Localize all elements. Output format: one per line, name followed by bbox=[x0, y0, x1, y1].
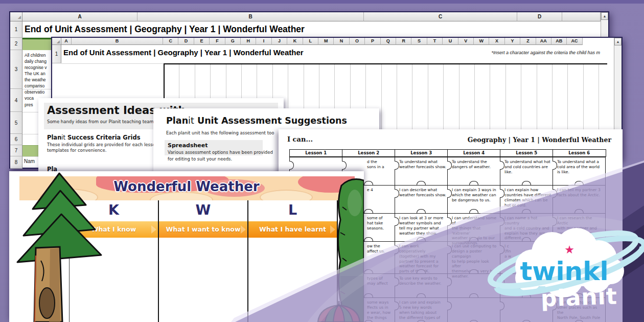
kwl-banner-label: What I know bbox=[69, 221, 158, 238]
success-criteria-text: To understand what weather forecasts sho… bbox=[399, 159, 446, 185]
row-header: 1 bbox=[10, 21, 22, 38]
kwl-letter: L bbox=[248, 202, 337, 221]
ideas-section-heading: Planit Success Criteria Grids bbox=[47, 134, 141, 141]
lesson-column-header: Lesson 5 bbox=[500, 149, 554, 157]
brand-light: it bbox=[188, 116, 194, 126]
kwl-divider-2 bbox=[247, 200, 248, 322]
star-icon: ★ bbox=[564, 243, 574, 256]
kwl-letter: W bbox=[158, 202, 248, 221]
scroll-up-button[interactable]: ▲ bbox=[601, 12, 608, 20]
kwl-banner-row: What I knowWhat I want to knowWhat I hav… bbox=[69, 221, 337, 238]
row-header: 3 bbox=[10, 50, 22, 89]
kwl-letter: K bbox=[69, 202, 158, 221]
spreadsheet-body-1: Various assessment options have been pro… bbox=[168, 150, 273, 155]
brand-light: it bbox=[61, 134, 65, 141]
lesson-column-header: Lesson 6 bbox=[553, 149, 606, 157]
row-header: 4 bbox=[10, 89, 22, 112]
kwl-title: Wonderful Weather bbox=[9, 179, 364, 194]
success-criteria-text: To understand the dangers of weather. bbox=[452, 159, 499, 185]
row-header: 7 bbox=[10, 145, 22, 156]
kwl-banner-label: What I want to know bbox=[158, 221, 248, 238]
row-header: 2 bbox=[10, 38, 22, 50]
success-criteria-text: e 4 bbox=[367, 188, 394, 213]
column-header: D bbox=[517, 12, 562, 21]
lesson-column-header: Lesson 2 bbox=[342, 149, 396, 157]
row-headers: 12345678 bbox=[10, 21, 22, 169]
success-grid-cell: To understand what weather forecasts sho… bbox=[395, 157, 448, 186]
row-header: 8 bbox=[10, 156, 22, 169]
select-all-corner[interactable]: ◢ bbox=[10, 12, 22, 21]
lesson-column-header: Lesson 3 bbox=[395, 149, 448, 157]
row-header: 6 bbox=[10, 134, 22, 145]
lesson-column-header: Lesson 1 bbox=[289, 149, 343, 157]
lesson-column-header: Lesson 4 bbox=[447, 149, 501, 157]
success-grid-cell: To understand what hot and cold countrie… bbox=[500, 157, 553, 186]
success-grid-cell: To understand the dangers of weather. bbox=[447, 157, 500, 186]
success-grid-cell: I can describe what weather forecasts sh… bbox=[395, 185, 448, 214]
success-criteria-text: To understand what hot and cold countrie… bbox=[504, 159, 551, 185]
column-header: A bbox=[22, 12, 137, 21]
ideas-body-1: These individual grids are provided for … bbox=[47, 142, 155, 147]
row-header: 5 bbox=[10, 112, 22, 134]
kwl-banner-label: What I have learnt bbox=[248, 221, 337, 238]
brand-bold: Plan bbox=[166, 116, 188, 126]
name-cell: Nam bbox=[24, 158, 35, 164]
kwl-table-left-border bbox=[69, 200, 70, 322]
kwl-letter-row: KWL bbox=[9, 202, 364, 221]
background-top-strip bbox=[0, 0, 644, 4]
column-header: B bbox=[137, 12, 364, 21]
brand-bold: Plan bbox=[47, 134, 61, 141]
heading-rest: Success Criteria Grids bbox=[65, 134, 140, 141]
suggestions-subtitle: Each planit unit has the following asses… bbox=[166, 130, 274, 135]
column-header bbox=[562, 12, 601, 21]
success-criteria-text: some of hat take seasons. bbox=[367, 216, 394, 241]
spreadsheet-heading: Spreadsheet bbox=[168, 142, 208, 149]
column-headers: ABCD bbox=[22, 12, 601, 21]
ideas-body-2: templates for convenience. bbox=[47, 148, 106, 153]
kwl-divider-1 bbox=[158, 200, 159, 322]
scroll-up-button[interactable]: ▲ bbox=[614, 38, 622, 45]
suggestions-title: Planit Unit Assessment Suggestions bbox=[166, 116, 347, 126]
sheet1-title: End of Unit Assessment | Geography | Yea… bbox=[25, 24, 305, 35]
spreadsheet-body-2: for editing to suit your needs. bbox=[168, 156, 232, 162]
planit-wordmark: planit bbox=[540, 283, 617, 311]
ideas-subtitle: Some handy ideas from our Planit teachin… bbox=[47, 119, 158, 124]
twinkl-wordmark: twinkl bbox=[520, 257, 608, 286]
column-header: C bbox=[364, 12, 517, 21]
success-criteria-text: I can describe what weather forecasts sh… bbox=[399, 188, 446, 213]
promo-collage: ◢ ABCD 12345678 End of Unit Assessment |… bbox=[0, 0, 644, 322]
title-rest: Unit Assessment Suggestions bbox=[194, 116, 347, 126]
success-criteria-text: d the sons in a bbox=[367, 159, 394, 185]
